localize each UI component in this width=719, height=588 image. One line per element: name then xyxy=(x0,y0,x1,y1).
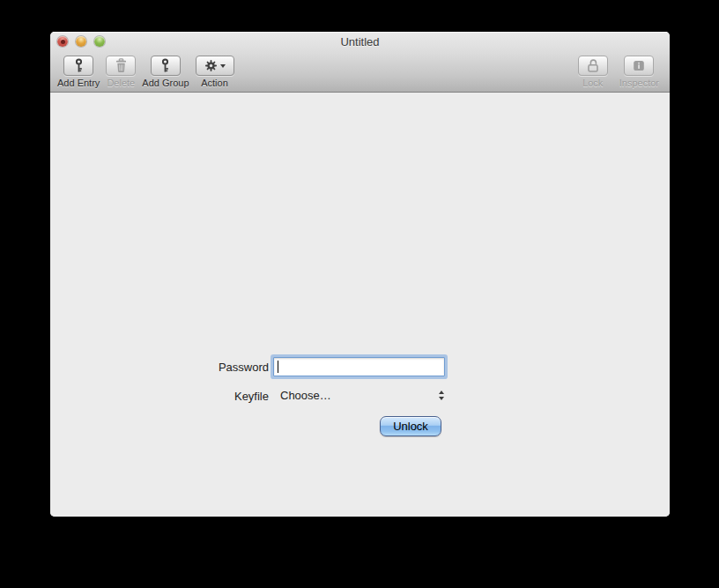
action-label: Action xyxy=(201,78,228,88)
lock-button[interactable]: Lock xyxy=(578,56,608,88)
unlock-padlock-icon xyxy=(586,58,600,73)
add-entry-label: Add Entry xyxy=(57,78,100,88)
keyfile-popup[interactable]: Choose… xyxy=(273,388,445,406)
title-bar[interactable]: Untitled xyxy=(50,32,670,51)
add-entry-bezel xyxy=(63,56,93,76)
add-group-button[interactable]: Add Group xyxy=(142,56,189,88)
chevron-down-icon xyxy=(220,64,226,68)
key-icon xyxy=(159,58,171,73)
chevron-up-icon xyxy=(439,391,444,394)
desktop-backdrop: Untitled Add Entry xyxy=(0,0,719,588)
lock-bezel xyxy=(578,56,608,76)
unlock-button[interactable]: Unlock xyxy=(380,416,441,436)
key-icon xyxy=(73,58,85,73)
toolbar-left-group: Add Entry xyxy=(57,56,234,88)
keyfile-popup-value: Choose… xyxy=(280,389,331,402)
delete-button[interactable]: Delete xyxy=(106,56,136,88)
password-label: Password xyxy=(165,361,269,374)
window-title: Untitled xyxy=(50,32,670,51)
add-group-bezel xyxy=(151,56,181,76)
password-field-wrap xyxy=(273,357,445,376)
text-cursor xyxy=(278,361,278,373)
action-button[interactable]: Action xyxy=(196,56,234,88)
window-chrome: Untitled Add Entry xyxy=(50,32,670,93)
trash-icon xyxy=(115,58,128,73)
gear-icon xyxy=(204,59,218,72)
unlock-form-area: Password Keyfile Choose… Unlock xyxy=(50,93,670,517)
toolbar-right-group: Lock Inspector xyxy=(578,56,659,88)
popup-stepper-icon xyxy=(439,391,444,400)
password-input[interactable] xyxy=(273,357,445,376)
lock-label: Lock xyxy=(582,78,603,88)
chevron-down-icon xyxy=(439,397,444,400)
toolbar: Add Entry xyxy=(50,51,670,93)
delete-bezel xyxy=(106,56,136,76)
app-window: Untitled Add Entry xyxy=(50,32,670,517)
keyfile-label: Keyfile xyxy=(165,390,269,403)
add-group-label: Add Group xyxy=(142,78,189,88)
info-icon xyxy=(633,60,645,71)
inspector-bezel xyxy=(624,56,654,76)
inspector-label: Inspector xyxy=(619,78,659,88)
add-entry-button[interactable]: Add Entry xyxy=(57,56,100,88)
action-bezel xyxy=(196,56,234,76)
delete-label: Delete xyxy=(107,78,135,88)
inspector-button[interactable]: Inspector xyxy=(619,56,659,88)
